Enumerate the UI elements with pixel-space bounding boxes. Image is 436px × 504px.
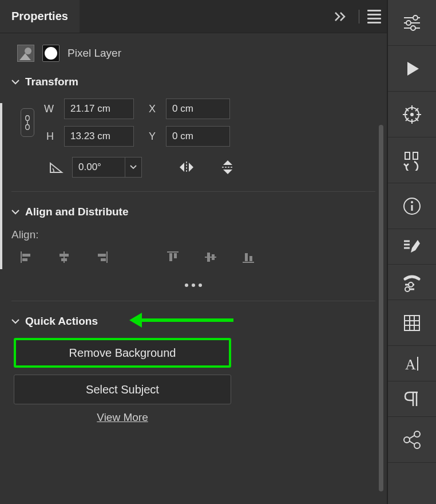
character-icon[interactable]: A xyxy=(388,346,436,381)
align-label: Align: xyxy=(11,229,375,241)
svg-rect-36 xyxy=(405,152,410,159)
remove-background-button[interactable]: Remove Background xyxy=(14,338,231,368)
properties-tab[interactable]: Properties xyxy=(0,0,80,33)
svg-point-21 xyxy=(413,15,418,20)
svg-rect-10 xyxy=(101,258,106,261)
layer-mask-icon xyxy=(42,45,60,62)
info-icon[interactable] xyxy=(388,183,436,229)
flip-vertical-icon[interactable] xyxy=(220,159,236,175)
svg-text:A: A xyxy=(405,356,416,373)
angle-icon xyxy=(49,160,64,175)
align-title: Align and Distribute xyxy=(25,206,129,218)
divider xyxy=(359,10,359,23)
align-left-icon[interactable] xyxy=(19,250,35,266)
rotation-input[interactable] xyxy=(72,157,125,178)
align-bottom-icon[interactable] xyxy=(241,250,257,266)
svg-point-57 xyxy=(414,443,420,448)
svg-rect-37 xyxy=(413,152,418,159)
x-label: X xyxy=(144,103,156,115)
svg-rect-7 xyxy=(61,258,67,261)
quick-actions-section: Quick Actions Remove Background Select S… xyxy=(11,315,375,424)
svg-point-55 xyxy=(404,437,410,443)
quick-actions-title: Quick Actions xyxy=(25,315,98,328)
svg-point-47 xyxy=(405,287,410,292)
width-input[interactable] xyxy=(64,99,134,119)
svg-rect-48 xyxy=(405,316,419,330)
chevron-down-icon xyxy=(11,78,19,86)
properties-tab-header: Properties xyxy=(0,0,387,33)
svg-rect-18 xyxy=(245,253,248,261)
align-vcenter-icon[interactable] xyxy=(204,250,220,266)
chevron-down-icon xyxy=(11,317,19,325)
svg-rect-3 xyxy=(22,254,30,257)
adjustments-icon[interactable] xyxy=(388,0,436,46)
scrollbar[interactable] xyxy=(379,125,383,491)
link-dimensions-icon[interactable] xyxy=(21,108,34,137)
share-icon[interactable] xyxy=(388,417,436,463)
align-top-icon[interactable] xyxy=(166,250,182,266)
align-right-icon[interactable] xyxy=(95,250,111,266)
svg-rect-4 xyxy=(22,258,27,261)
layer-thumbnail-icon xyxy=(17,45,34,62)
expand-chevrons-icon[interactable] xyxy=(334,11,351,22)
svg-rect-9 xyxy=(98,254,106,257)
align-section: Align and Distribute Align: xyxy=(11,206,375,301)
paragraph-icon[interactable] xyxy=(388,381,436,417)
brush-presets-icon[interactable] xyxy=(388,229,436,265)
layer-type-label: Pixel Layer xyxy=(68,47,121,60)
height-label: H xyxy=(42,131,54,143)
layer-type-row: Pixel Layer xyxy=(11,45,375,62)
chevron-down-icon xyxy=(11,208,19,216)
svg-line-59 xyxy=(409,441,415,444)
svg-rect-12 xyxy=(169,253,172,261)
transform-header[interactable]: Transform xyxy=(11,76,375,88)
history-icon[interactable] xyxy=(388,137,436,183)
flip-horizontal-icon[interactable] xyxy=(179,159,195,175)
height-input[interactable] xyxy=(64,126,134,147)
align-hcenter-icon[interactable] xyxy=(57,250,73,266)
more-align-icon[interactable] xyxy=(11,284,375,287)
svg-point-56 xyxy=(414,431,420,437)
grid-icon[interactable] xyxy=(388,300,436,346)
svg-point-45 xyxy=(409,282,413,287)
view-more-link[interactable]: View More xyxy=(14,411,231,424)
width-label: W xyxy=(42,103,54,115)
x-input[interactable] xyxy=(166,99,230,119)
rotation-dropdown[interactable] xyxy=(125,157,142,178)
select-subject-button[interactable]: Select Subject xyxy=(14,375,231,404)
svg-point-25 xyxy=(411,26,415,30)
brush-settings-icon[interactable] xyxy=(388,265,436,300)
play-icon[interactable] xyxy=(388,46,436,92)
panel-menu-icon[interactable] xyxy=(367,10,381,23)
svg-point-23 xyxy=(406,21,411,25)
wheel-icon[interactable] xyxy=(388,92,436,137)
y-label: Y xyxy=(144,131,156,143)
svg-rect-6 xyxy=(60,254,69,257)
align-header[interactable]: Align and Distribute xyxy=(11,206,375,218)
y-input[interactable] xyxy=(166,126,230,147)
svg-rect-19 xyxy=(249,256,252,261)
svg-rect-15 xyxy=(207,253,210,262)
transform-title: Transform xyxy=(25,76,78,88)
svg-point-35 xyxy=(410,113,414,116)
svg-rect-16 xyxy=(212,254,215,260)
svg-point-39 xyxy=(411,201,413,203)
arrow-annotation xyxy=(129,313,233,328)
right-toolbar: A xyxy=(387,0,436,504)
svg-line-58 xyxy=(409,435,415,439)
transform-section: Transform W X H Y xyxy=(11,76,375,192)
svg-rect-13 xyxy=(174,253,177,258)
